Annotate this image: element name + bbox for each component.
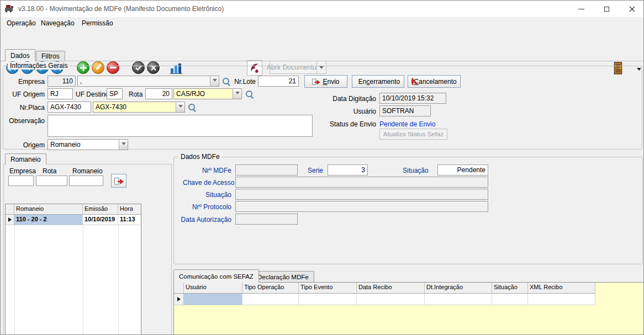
tab-comunicacao-sefaz[interactable]: Comunicação com SEFAZ bbox=[173, 269, 259, 283]
empresa-combo[interactable]: , bbox=[77, 76, 219, 87]
status-envio-value: Pendente de Envio bbox=[379, 120, 435, 128]
rota-combo-value: CAS/RJO bbox=[174, 89, 233, 99]
maximize-button[interactable] bbox=[594, 1, 619, 17]
empresa-field[interactable]: 110 bbox=[47, 76, 76, 87]
cell-usuario[interactable] bbox=[184, 294, 242, 305]
tab-romaneio-label: Romaneio bbox=[10, 156, 41, 163]
rota-search-icon[interactable] bbox=[245, 90, 254, 99]
rota-combo[interactable]: CAS/RJO bbox=[173, 88, 242, 99]
envio-button[interactable]: Envio bbox=[304, 75, 347, 88]
tab-declaracao-mdfe[interactable]: Declaração MDFe bbox=[252, 271, 314, 282]
atualiza-status-label: Atualiza Status Sefaz bbox=[383, 131, 444, 137]
menu-operacao[interactable]: Operação bbox=[3, 18, 40, 29]
column-header-romaneio[interactable]: Romaneio bbox=[14, 204, 83, 215]
menu-permissao[interactable]: Permissão bbox=[78, 18, 117, 29]
status-envio-label: Status de Envio bbox=[310, 120, 376, 128]
close-icon bbox=[629, 6, 635, 12]
cancelamento-button[interactable]: Cancelamento bbox=[408, 75, 461, 88]
nr-mdfe-field[interactable] bbox=[235, 164, 298, 176]
tab-filtros[interactable]: Filtros bbox=[36, 51, 65, 61]
romaneio-romaneio-label: Romaneio bbox=[72, 167, 103, 175]
observacao-label: Observação bbox=[4, 117, 45, 125]
column-header-situacao[interactable]: Situação bbox=[492, 283, 528, 294]
encerramento-button[interactable]: Encerramento bbox=[352, 75, 404, 88]
placa-search-icon[interactable] bbox=[188, 103, 197, 112]
romaneio-romaneio-field[interactable] bbox=[69, 176, 103, 186]
chave-acesso-field[interactable] bbox=[235, 177, 488, 188]
tab-romaneio[interactable]: Romaneio bbox=[5, 153, 46, 164]
tab-comunicacao-sefaz-label: Comunicação com SEFAZ bbox=[179, 273, 254, 280]
column-header-tipo-evento[interactable]: Tipo Evento bbox=[299, 283, 357, 294]
application-window: v3.18.00 - Movimentação de MDFe (Manifes… bbox=[0, 0, 644, 335]
empresa-label: Empresa bbox=[4, 78, 45, 86]
nrlote-label: Nr.Lote bbox=[228, 78, 256, 86]
cell-hora[interactable]: 11:13 bbox=[118, 215, 141, 225]
usuario-label: Usuário bbox=[310, 108, 376, 115]
chave-acesso-label: Chave de Acesso bbox=[183, 179, 231, 187]
app-icon[interactable] bbox=[4, 4, 14, 15]
dados-mdfe-title: Dados MDFe bbox=[178, 153, 222, 161]
grid-indicator-header bbox=[6, 204, 14, 215]
data-digitacao-label: Data Digitação bbox=[310, 95, 376, 103]
romaneio-empresa-label: Empresa bbox=[9, 167, 36, 175]
sefaz-grid: Usuário Tipo Operação Tipo Evento Data R… bbox=[173, 282, 644, 335]
romaneio-grid-header: Romaneio Emissão Hora bbox=[6, 204, 141, 215]
menu-navegacao[interactable]: Navegação bbox=[37, 18, 78, 29]
serie-field[interactable]: 3 bbox=[328, 164, 368, 176]
placa-combo-arrow[interactable] bbox=[176, 102, 184, 112]
data-autorizacao-label: Data Autorização bbox=[177, 216, 231, 224]
cell-romaneio[interactable]: 110 - 20 - 2 bbox=[14, 215, 83, 225]
column-header-xml-recibo[interactable]: XML Recibo bbox=[528, 283, 595, 294]
romaneio-grid-row[interactable]: 110 - 20 - 2 10/10/2019 11:13 bbox=[6, 215, 141, 225]
rota-label: Rota bbox=[129, 91, 142, 98]
minimize-button[interactable] bbox=[568, 1, 594, 17]
column-header-emissao[interactable]: Emissão bbox=[83, 204, 118, 215]
rota-field[interactable]: 20 bbox=[145, 88, 172, 99]
cell-tipo-evento[interactable] bbox=[299, 294, 357, 305]
origem-combo[interactable]: Romaneio bbox=[47, 139, 128, 150]
origem-combo-arrow[interactable] bbox=[119, 140, 128, 150]
data-autorizacao-field[interactable] bbox=[235, 214, 298, 225]
sefaz-grid-row[interactable] bbox=[174, 294, 644, 305]
cell-emissao[interactable]: 10/10/2019 bbox=[83, 215, 118, 225]
tab-page-border bbox=[1, 61, 644, 61]
nr-protocolo-field[interactable] bbox=[235, 201, 488, 212]
observacao-field[interactable] bbox=[47, 115, 313, 137]
tab-dados[interactable]: Dados bbox=[5, 49, 35, 61]
sefaz-grid-header: Usuário Tipo Operação Tipo Evento Data R… bbox=[174, 283, 644, 294]
serie-label: Serie bbox=[308, 167, 323, 174]
minimize-icon bbox=[578, 9, 584, 9]
grid-indicator-header bbox=[174, 283, 184, 294]
column-header-usuario[interactable]: Usuário bbox=[184, 283, 242, 294]
uf-destino-field[interactable]: SP bbox=[107, 88, 123, 99]
close-button[interactable] bbox=[619, 1, 644, 17]
cell-tipo-operacao[interactable] bbox=[242, 294, 299, 305]
romaneio-load-button[interactable] bbox=[111, 174, 126, 188]
cell-situacao[interactable] bbox=[492, 294, 528, 305]
romaneio-rota-label: Rota bbox=[43, 167, 56, 175]
nrlote-field[interactable]: 21 bbox=[258, 76, 299, 87]
situacao2-field[interactable] bbox=[235, 189, 488, 200]
uf-origem-field[interactable]: RJ bbox=[47, 88, 73, 99]
romaneio-empresa-field[interactable] bbox=[8, 176, 34, 186]
usuario-field[interactable]: SOFTRAN bbox=[379, 105, 431, 116]
atualiza-status-sefaz-button[interactable]: Atualiza Status Sefaz bbox=[379, 129, 447, 140]
situacao-field[interactable]: Pendente bbox=[437, 164, 488, 176]
column-header-tipo-operacao[interactable]: Tipo Operação bbox=[242, 283, 299, 294]
nr-placa-field[interactable]: AGX-7430 bbox=[47, 102, 91, 113]
romaneio-grid: Romaneio Emissão Hora 110 - 20 - 2 10/10… bbox=[5, 204, 141, 335]
column-header-dt-integracao[interactable]: Dt.Integração bbox=[425, 283, 492, 294]
column-header-hora[interactable]: Hora bbox=[118, 204, 141, 215]
data-digitacao-field[interactable]: 10/10/2019 15:32 bbox=[379, 93, 446, 104]
cell-data-recibo[interactable] bbox=[357, 294, 425, 305]
rota-combo-arrow[interactable] bbox=[233, 89, 241, 99]
romaneio-rota-field[interactable] bbox=[36, 176, 67, 186]
column-header-data-recibo[interactable]: Data Recibo bbox=[357, 283, 425, 294]
maximize-icon bbox=[604, 7, 609, 12]
empresa-combo-arrow[interactable] bbox=[210, 76, 219, 86]
cell-xml-recibo[interactable] bbox=[528, 294, 595, 305]
cell-dt-integracao[interactable] bbox=[425, 294, 492, 305]
nr-protocolo-label: Nrº Protocolo bbox=[183, 203, 231, 211]
placa-combo[interactable]: AGX-7430 bbox=[93, 102, 185, 113]
origem-label: Origem bbox=[4, 141, 45, 149]
